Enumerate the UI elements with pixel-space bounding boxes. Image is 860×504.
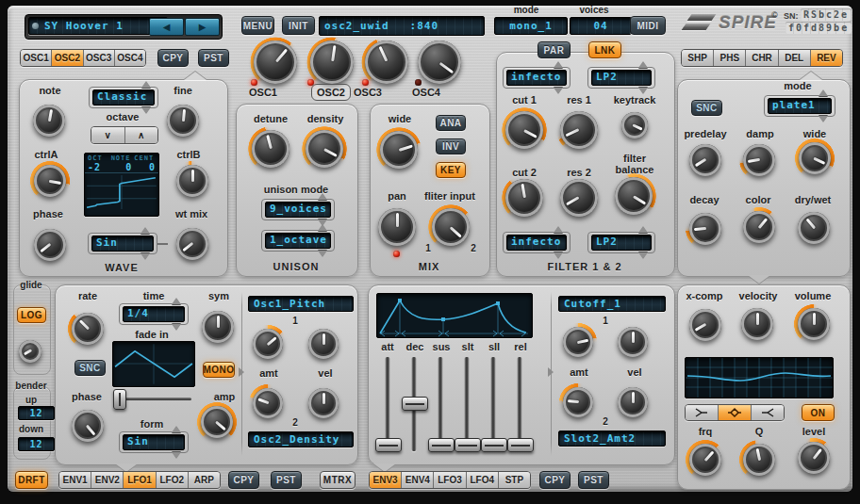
- tab-env2[interactable]: ENV2: [91, 472, 124, 488]
- decay-knob[interactable]: [685, 208, 726, 250]
- slot-b-target2-display[interactable]: Slot2_Amt2: [558, 431, 666, 447]
- lfo-sync-button[interactable]: SNC: [74, 360, 106, 376]
- tab-lfo2[interactable]: LFO2: [157, 472, 189, 488]
- pan-knob[interactable]: [373, 203, 421, 251]
- glide-log-button[interactable]: LOG: [17, 307, 46, 323]
- stepper-up-icon[interactable]: [318, 193, 327, 200]
- x-comp-knob[interactable]: [685, 304, 726, 346]
- att-slider-handle[interactable]: [375, 438, 402, 452]
- stepper-down-icon[interactable]: [318, 251, 327, 257]
- density-knob[interactable]: [301, 125, 348, 172]
- osc-phase-knob[interactable]: [29, 224, 71, 266]
- eq-on-button[interactable]: ON: [802, 404, 835, 421]
- stepper-up-icon[interactable]: [172, 426, 181, 432]
- preset-next-button[interactable]: ▶: [185, 18, 220, 36]
- bender-up-display[interactable]: 12: [18, 406, 55, 420]
- tab-arp[interactable]: ARP: [189, 472, 220, 488]
- rel-slider[interactable]: [507, 355, 532, 453]
- stepper-up-icon[interactable]: [638, 61, 648, 68]
- unison-voices-select[interactable]: 9_voices: [261, 199, 335, 220]
- detune-knob[interactable]: [247, 125, 294, 172]
- amp-knob[interactable]: [196, 401, 238, 443]
- slot-b-amt1-knob[interactable]: [558, 322, 598, 362]
- att-slider[interactable]: [375, 355, 400, 453]
- frq-knob[interactable]: [685, 439, 726, 480]
- slot-a-vel1-knob[interactable]: [304, 324, 343, 364]
- tab-osc4[interactable]: OSC4: [115, 50, 145, 66]
- slot-a-amt1-knob[interactable]: [248, 324, 288, 364]
- slot-b-vel1-knob[interactable]: [613, 322, 653, 362]
- res2-knob[interactable]: [555, 174, 603, 221]
- sll-slider[interactable]: [481, 355, 505, 453]
- tab-env3[interactable]: ENV3: [370, 472, 402, 488]
- mod-paste-button-left[interactable]: PST: [271, 471, 302, 489]
- filter2-type-select[interactable]: infecto: [503, 232, 571, 253]
- slot-a-vel2-knob[interactable]: [304, 383, 343, 423]
- osc-type-select[interactable]: Classic: [89, 87, 158, 108]
- mod-paste-button-right[interactable]: PST: [578, 471, 609, 489]
- tab-shp[interactable]: SHP: [682, 50, 714, 66]
- tab-phs[interactable]: PHS: [714, 50, 746, 66]
- tab-lfo3[interactable]: LFO3: [434, 472, 466, 488]
- slot-b-amt2-knob[interactable]: [558, 382, 598, 422]
- ana-button[interactable]: ANA: [436, 115, 466, 131]
- stepper-up-icon[interactable]: [141, 81, 151, 88]
- sus-slider-handle[interactable]: [428, 438, 455, 452]
- wt-mix-knob[interactable]: [172, 223, 213, 265]
- low-shelf-icon[interactable]: [686, 405, 719, 420]
- cut2-knob[interactable]: [501, 174, 548, 221]
- tab-lfo1[interactable]: LFO1: [124, 472, 156, 488]
- preset-prev-button[interactable]: ◀: [149, 18, 184, 36]
- tab-osc3[interactable]: OSC3: [84, 50, 115, 66]
- stepper-down-icon[interactable]: [638, 88, 648, 94]
- stepper-down-icon[interactable]: [141, 253, 150, 260]
- fade-slider[interactable]: [112, 389, 193, 408]
- ctrl-a-knob[interactable]: [29, 160, 71, 202]
- bender-down-display[interactable]: 12: [18, 437, 55, 451]
- lfo-time-select[interactable]: 1/4: [119, 303, 189, 325]
- voices-display[interactable]: 04: [570, 17, 632, 35]
- stepper-down-icon[interactable]: [819, 116, 828, 122]
- lfo-phase-knob[interactable]: [67, 405, 108, 447]
- velocity-knob[interactable]: [736, 303, 778, 345]
- dry-wet-knob[interactable]: [793, 207, 835, 249]
- keytrack-knob[interactable]: [617, 107, 653, 143]
- note-knob[interactable]: [28, 100, 70, 141]
- tab-env1[interactable]: ENV1: [59, 472, 91, 488]
- filter2-mode-select[interactable]: LP2: [587, 232, 655, 253]
- mode-display[interactable]: mono_1: [494, 17, 568, 35]
- rel-slider-handle[interactable]: [507, 438, 534, 452]
- menu-button[interactable]: MENU: [241, 16, 274, 35]
- stepper-up-icon[interactable]: [172, 298, 181, 304]
- stepper-up-icon[interactable]: [554, 226, 563, 233]
- q-knob[interactable]: [738, 439, 780, 480]
- slot-a-amt2-knob[interactable]: [248, 383, 288, 423]
- sym-knob[interactable]: [197, 306, 239, 348]
- octave-down-button[interactable]: ∨: [91, 127, 125, 143]
- slot-a-target2-display[interactable]: Osc2_Density: [248, 431, 354, 447]
- tab-stp[interactable]: STP: [499, 472, 530, 488]
- preset-name-display[interactable]: SY Hoover 1: [28, 17, 168, 35]
- slot-b-vel2-knob[interactable]: [613, 382, 653, 422]
- tab-chr[interactable]: CHR: [746, 50, 778, 66]
- filter-par-button[interactable]: PAR: [538, 41, 571, 58]
- peak-bell-icon[interactable]: [719, 405, 752, 420]
- stepper-up-icon[interactable]: [318, 224, 327, 231]
- inv-button[interactable]: INV: [436, 138, 466, 154]
- stepper-up-icon[interactable]: [141, 227, 150, 234]
- octave-up-button[interactable]: ∧: [125, 127, 158, 143]
- res1-knob[interactable]: [555, 106, 603, 154]
- init-button[interactable]: INIT: [282, 16, 315, 35]
- filter1-type-select[interactable]: infecto: [503, 67, 571, 89]
- stepper-down-icon[interactable]: [141, 107, 151, 114]
- osc-copy-button[interactable]: CPY: [157, 49, 189, 67]
- slt-slider-handle[interactable]: [455, 438, 481, 452]
- matrix-button[interactable]: MTRX: [320, 471, 356, 489]
- predelay-knob[interactable]: [685, 139, 726, 181]
- dec-slider[interactable]: [402, 355, 426, 453]
- high-shelf-icon[interactable]: [752, 405, 784, 420]
- slot-b-target1-display[interactable]: Cutoff_1: [558, 296, 666, 312]
- damp-knob[interactable]: [738, 139, 780, 181]
- tab-osc2[interactable]: OSC2: [52, 50, 83, 66]
- filter-link-button[interactable]: LNK: [588, 41, 621, 58]
